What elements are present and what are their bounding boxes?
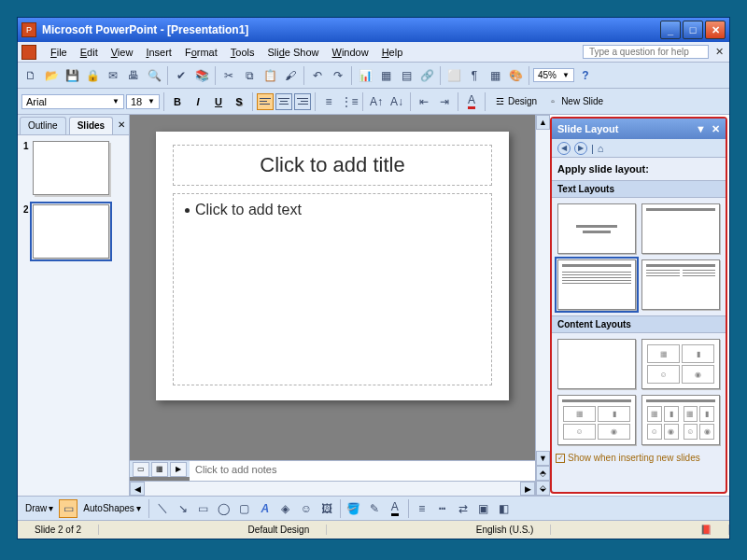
hyperlink-button[interactable]: 🔗 bbox=[417, 66, 436, 85]
nav-forward-button[interactable]: ▶ bbox=[574, 142, 587, 155]
line-tool[interactable]: ＼ bbox=[153, 499, 172, 518]
grid-button[interactable]: ▦ bbox=[486, 66, 504, 85]
document-icon[interactable] bbox=[21, 45, 36, 60]
layout-title-two-text[interactable] bbox=[641, 259, 720, 310]
thumbnail-row[interactable]: 2 bbox=[23, 204, 123, 259]
autoshapes-button[interactable]: AutoShapes ▾ bbox=[79, 502, 145, 514]
slide-thumbnail[interactable] bbox=[33, 204, 109, 259]
design-button[interactable]: ☲Design bbox=[489, 94, 541, 109]
bullets-button[interactable]: ⋮≡ bbox=[340, 92, 359, 111]
3d-style-button[interactable]: ◧ bbox=[495, 499, 514, 518]
font-color-button-2[interactable]: A bbox=[386, 499, 404, 518]
tables-borders-button[interactable]: ▤ bbox=[397, 66, 416, 85]
show-when-inserting-checkbox[interactable]: ✓ Show when inserting new slides bbox=[552, 451, 726, 465]
dash-style-button[interactable]: ┅ bbox=[433, 499, 452, 518]
close-button[interactable]: ✕ bbox=[705, 21, 726, 39]
prev-slide-button[interactable]: ⬘ bbox=[536, 466, 550, 481]
task-pane-close-button[interactable]: ✕ bbox=[712, 123, 720, 135]
layout-blank[interactable] bbox=[557, 339, 636, 389]
menu-tools[interactable]: Tools bbox=[224, 45, 261, 60]
notes-pane[interactable]: Click to add notes bbox=[190, 460, 535, 481]
menu-help[interactable]: Help bbox=[375, 45, 410, 60]
font-color-button[interactable]: A bbox=[462, 92, 481, 111]
scroll-track[interactable] bbox=[145, 482, 520, 496]
decrease-font-button[interactable]: A↓ bbox=[388, 92, 406, 111]
menu-edit[interactable]: Edit bbox=[74, 45, 105, 60]
task-pane-dropdown[interactable]: ▼ bbox=[696, 123, 706, 134]
new-button[interactable]: 🗋 bbox=[21, 66, 40, 85]
select-objects-button[interactable]: ▭ bbox=[59, 499, 78, 518]
bold-button[interactable]: B bbox=[168, 92, 187, 111]
nav-home-button[interactable]: ⌂ bbox=[598, 143, 604, 154]
menu-window[interactable]: Window bbox=[326, 45, 375, 60]
arrow-style-button[interactable]: ⇄ bbox=[454, 499, 472, 518]
next-slide-button[interactable]: ⬙ bbox=[536, 481, 550, 496]
fill-color-button[interactable]: 🪣 bbox=[345, 499, 363, 518]
font-name-combo[interactable]: Arial▼ bbox=[21, 94, 124, 109]
status-language[interactable]: English (U.S.) bbox=[459, 525, 552, 535]
scroll-track[interactable] bbox=[536, 130, 550, 451]
menu-format[interactable]: Format bbox=[178, 45, 224, 60]
research-button[interactable]: 📚 bbox=[192, 66, 211, 85]
redo-button[interactable]: ↷ bbox=[329, 66, 347, 85]
align-right-button[interactable] bbox=[294, 93, 311, 110]
shadow-style-button[interactable]: ▣ bbox=[474, 499, 493, 518]
new-slide-button[interactable]: ▫New Slide bbox=[543, 94, 607, 109]
save-button[interactable]: 💾 bbox=[63, 66, 81, 85]
slide-thumbnail[interactable] bbox=[33, 141, 109, 195]
align-center-button[interactable] bbox=[275, 93, 292, 110]
tab-outline[interactable]: Outline bbox=[20, 117, 66, 134]
increase-indent-button[interactable]: ⇥ bbox=[435, 92, 454, 111]
numbering-button[interactable]: ≡ bbox=[319, 92, 338, 111]
draw-menu-button[interactable]: Draw ▾ bbox=[21, 502, 57, 514]
menu-slideshow[interactable]: Slide Show bbox=[261, 45, 325, 60]
chart-button[interactable]: 📊 bbox=[356, 66, 374, 85]
print-button[interactable]: 🖶 bbox=[124, 66, 143, 85]
nav-back-button[interactable]: ◀ bbox=[557, 142, 571, 155]
vertical-scrollbar[interactable]: ▲ ▼ ⬘ ⬙ bbox=[535, 115, 550, 496]
menu-insert[interactable]: Insert bbox=[139, 45, 178, 60]
format-painter-button[interactable]: 🖌 bbox=[281, 66, 300, 85]
cut-button[interactable]: ✂ bbox=[219, 66, 238, 85]
align-left-button[interactable] bbox=[257, 93, 274, 110]
diagram-button[interactable]: ◈ bbox=[276, 499, 295, 518]
layout-content[interactable]: ▦ ▮ ☺ ◉ bbox=[641, 339, 720, 389]
show-formatting-button[interactable]: ¶ bbox=[465, 66, 484, 85]
color-button[interactable]: 🎨 bbox=[506, 66, 525, 85]
underline-button[interactable]: U bbox=[209, 92, 228, 111]
normal-view-button[interactable]: ▭ bbox=[133, 462, 149, 477]
status-spellcheck-icon[interactable]: 📕 bbox=[684, 525, 729, 535]
italic-button[interactable]: I bbox=[189, 92, 207, 111]
print-preview-button[interactable]: 🔍 bbox=[145, 66, 163, 85]
slide-canvas[interactable]: Click to add title Click to add text bbox=[130, 115, 535, 460]
title-placeholder[interactable]: Click to add title bbox=[173, 145, 492, 186]
expand-all-button[interactable]: ⬜ bbox=[444, 66, 463, 85]
minimize-button[interactable]: _ bbox=[660, 21, 681, 39]
permission-button[interactable]: 🔒 bbox=[83, 66, 102, 85]
thumbnail-row[interactable]: 1 bbox=[23, 141, 123, 195]
tab-slides[interactable]: Slides bbox=[69, 117, 113, 134]
scroll-left-button[interactable]: ◀ bbox=[130, 482, 145, 496]
help-search-input[interactable] bbox=[583, 45, 709, 59]
help-button[interactable]: ? bbox=[576, 66, 595, 85]
oval-tool[interactable]: ◯ bbox=[215, 499, 233, 518]
line-style-button[interactable]: ≡ bbox=[413, 499, 431, 518]
layout-title-slide[interactable] bbox=[557, 203, 636, 254]
undo-button[interactable]: ↶ bbox=[308, 66, 327, 85]
font-size-combo[interactable]: 18▼ bbox=[126, 94, 160, 109]
copy-button[interactable]: ⧉ bbox=[240, 66, 259, 85]
email-button[interactable]: ✉ bbox=[104, 66, 122, 85]
increase-font-button[interactable]: A↑ bbox=[367, 92, 386, 111]
scroll-down-button[interactable]: ▼ bbox=[536, 451, 550, 466]
menu-file[interactable]: File bbox=[44, 45, 74, 60]
zoom-combo[interactable]: 45%▼ bbox=[533, 68, 574, 82]
paste-button[interactable]: 📋 bbox=[261, 66, 279, 85]
layout-title-content[interactable]: ▦ ▮ ☺ ◉ bbox=[557, 395, 636, 445]
picture-button[interactable]: 🖼 bbox=[317, 499, 336, 518]
scroll-up-button[interactable]: ▲ bbox=[536, 115, 550, 130]
maximize-button[interactable]: □ bbox=[683, 21, 703, 39]
document-close-button[interactable]: ✕ bbox=[712, 46, 726, 59]
rectangle-tool[interactable]: ▭ bbox=[194, 499, 213, 518]
scroll-right-button[interactable]: ▶ bbox=[520, 482, 535, 496]
slideshow-view-button[interactable]: ▶ bbox=[170, 462, 187, 477]
